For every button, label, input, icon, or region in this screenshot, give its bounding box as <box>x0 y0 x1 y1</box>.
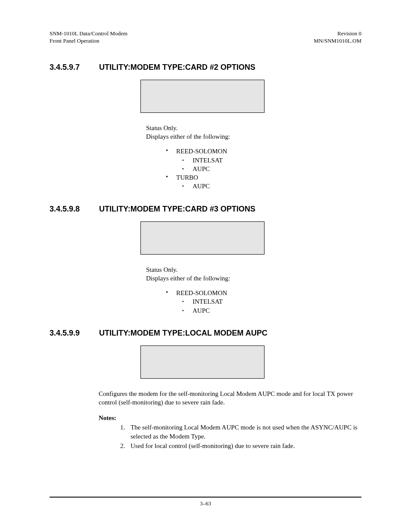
section-local-modem-aupc: 3.4.5.9.9 UTILITY:MODEM TYPE:LOCAL MODEM… <box>50 329 361 450</box>
note-item: 1. The self-monitoring Local Modem AUPC … <box>120 423 361 441</box>
note-item: 2. Used for local control (self-monitori… <box>120 442 361 450</box>
status-text: Status Only. Displays either of the foll… <box>146 124 361 141</box>
status-text: Status Only. Displays either of the foll… <box>146 265 361 283</box>
display-box <box>140 345 265 379</box>
status-line: Status Only. <box>146 265 361 274</box>
list-item: AUPC <box>162 182 361 190</box>
section-title: UTILITY:MODEM TYPE:CARD #2 OPTIONS <box>99 63 361 72</box>
display-box <box>140 80 265 113</box>
status-line: Status Only. <box>146 124 361 132</box>
list-item: REED-SOLOMON <box>162 289 361 297</box>
page-number: 3–63 <box>200 500 211 507</box>
config-description: Configures the modem for the self-monito… <box>99 389 361 407</box>
note-text: Used for local control (self-monitoring)… <box>131 442 295 449</box>
document-subtitle: Front Panel Operation <box>50 37 128 45</box>
note-number: 1. <box>120 423 125 432</box>
list-item: AUPC <box>162 306 361 315</box>
page-header: SNM-1010L Data/Control Modem Front Panel… <box>50 30 361 45</box>
section-number: 3.4.5.9.8 <box>50 205 99 214</box>
section-heading: 3.4.5.9.9 UTILITY:MODEM TYPE:LOCAL MODEM… <box>50 329 361 338</box>
list-item: INTELSAT <box>162 156 361 165</box>
section-title: UTILITY:MODEM TYPE:CARD #3 OPTIONS <box>99 205 361 214</box>
list-item: AUPC <box>162 165 361 173</box>
document-code: MN/SNM1010L.OM <box>314 37 361 45</box>
header-left: SNM-1010L Data/Control Modem Front Panel… <box>50 30 128 45</box>
revision-label: Revision 0 <box>314 30 361 37</box>
status-line: Displays either of the following: <box>146 274 361 283</box>
section-title: UTILITY:MODEM TYPE:LOCAL MODEM AUPC <box>99 329 361 338</box>
section-number: 3.4.5.9.9 <box>50 329 99 338</box>
notes-list: 1. The self-monitoring Local Modem AUPC … <box>120 423 361 450</box>
list-item: TURBO <box>162 173 361 182</box>
note-number: 2. <box>120 442 125 450</box>
options-list: REED-SOLOMON INTELSAT AUPC TURBO AUPC <box>162 147 361 190</box>
list-item: REED-SOLOMON <box>162 147 361 156</box>
section-heading: 3.4.5.9.8 UTILITY:MODEM TYPE:CARD #3 OPT… <box>50 205 361 214</box>
section-number: 3.4.5.9.7 <box>50 63 99 72</box>
document-title: SNM-1010L Data/Control Modem <box>50 30 128 37</box>
page-footer: 3–63 <box>50 497 361 507</box>
notes-heading: Notes: <box>99 414 361 422</box>
list-item: INTELSAT <box>162 297 361 306</box>
header-right: Revision 0 MN/SNM1010L.OM <box>314 30 361 45</box>
note-text: The self-monitoring Local Modem AUPC mod… <box>131 424 358 439</box>
section-card2-options: 3.4.5.9.7 UTILITY:MODEM TYPE:CARD #2 OPT… <box>50 63 361 191</box>
display-box <box>140 221 265 255</box>
section-card3-options: 3.4.5.9.8 UTILITY:MODEM TYPE:CARD #3 OPT… <box>50 205 361 315</box>
options-list: REED-SOLOMON INTELSAT AUPC <box>162 289 361 315</box>
section-heading: 3.4.5.9.7 UTILITY:MODEM TYPE:CARD #2 OPT… <box>50 63 361 72</box>
status-line: Displays either of the following: <box>146 132 361 141</box>
